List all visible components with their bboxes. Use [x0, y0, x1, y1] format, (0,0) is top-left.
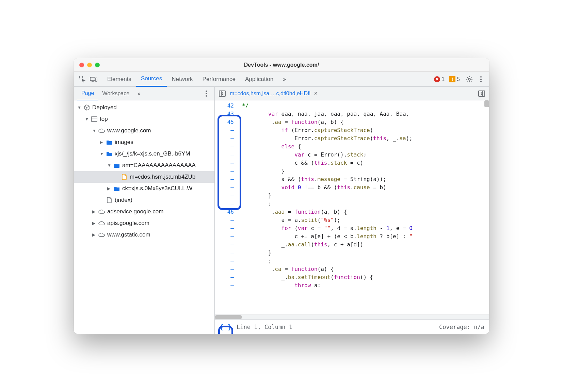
maximize-window-button[interactable] [95, 63, 100, 67]
traffic-lights [74, 63, 100, 67]
gutter-line[interactable]: – [215, 183, 234, 192]
tree-node[interactable]: Deployed [74, 102, 214, 113]
gutter-line[interactable]: – [215, 224, 234, 232]
tree-node[interactable]: ck=xjs.s.0Mx5ys3sCUI.L.W. [74, 183, 214, 194]
tab-sources[interactable]: Sources [136, 72, 167, 87]
tree-arrow-icon[interactable] [107, 186, 111, 191]
show-debugger-icon[interactable] [478, 89, 486, 98]
tab-application[interactable]: Application [240, 72, 278, 87]
inspect-icon[interactable] [77, 75, 87, 84]
navigator-tab-page[interactable]: Page [77, 87, 98, 100]
tree-node[interactable]: top [74, 113, 214, 125]
close-tab-icon[interactable]: × [314, 90, 318, 97]
gutter-line[interactable]: – [215, 159, 234, 167]
editor-tabs: m=cdos,hsm,jsa,…c,dtl0hd,eHDfl × [215, 87, 489, 100]
open-file-tab[interactable]: m=cdos,hsm,jsa,…c,dtl0hd,eHDfl × [230, 90, 318, 97]
pretty-print-button[interactable]: { } [220, 323, 232, 331]
gutter-line[interactable]: 46 [215, 208, 234, 216]
tree-arrow-icon[interactable] [92, 221, 96, 226]
cloud-icon [98, 208, 105, 215]
settings-icon[interactable] [465, 75, 474, 84]
svg-rect-14 [92, 117, 97, 121]
line-gutter[interactable]: 424345––––––––––46––––––––– [215, 100, 238, 314]
navigator-tab-workspace[interactable]: Workspace [98, 87, 133, 100]
warnings-badge[interactable]: ! 5 [449, 76, 460, 82]
gutter-line[interactable]: – [215, 167, 234, 175]
tree-label: ck=xjs.s.0Mx5ys3sCUI.L.W. [122, 185, 194, 192]
navigator-overflow[interactable]: » [133, 87, 145, 100]
tree-node[interactable]: m=cdos,hsm,jsa,mb4ZUb [74, 171, 214, 183]
gutter-line[interactable]: – [215, 281, 234, 290]
error-icon: ✕ [434, 76, 440, 82]
error-count: 1 [441, 76, 445, 82]
tree-node[interactable]: xjs/_/js/k=xjs.s.en_GB.-b6YM [74, 148, 214, 160]
gutter-line[interactable]: – [215, 175, 234, 183]
gutter-line[interactable]: – [215, 241, 234, 249]
gutter-line[interactable]: – [215, 134, 234, 143]
tab-network[interactable]: Network [167, 72, 197, 87]
minimize-window-button[interactable] [87, 63, 92, 67]
tree-node[interactable]: adservice.google.com [74, 206, 214, 217]
gutter-line[interactable]: – [215, 151, 234, 159]
tree-arrow-icon[interactable] [107, 163, 111, 168]
file-icon [121, 174, 128, 180]
svg-rect-2 [95, 78, 97, 81]
tree-label: Deployed [92, 104, 117, 111]
close-window-button[interactable] [79, 63, 84, 67]
frame-icon [91, 116, 98, 122]
gutter-line[interactable]: – [215, 249, 234, 257]
folder-icon [113, 185, 120, 192]
gutter-line[interactable]: – [215, 126, 234, 134]
tree-arrow-icon[interactable] [92, 232, 96, 237]
tree-arrow-icon[interactable] [85, 117, 89, 121]
tree-node[interactable]: images [74, 136, 214, 148]
tree-node[interactable]: apis.google.com [74, 217, 214, 229]
open-file-name: m=cdos,hsm,jsa,…c,dtl0hd,eHDfl [230, 91, 310, 97]
tree-arrow-icon[interactable] [100, 140, 104, 145]
show-navigator-icon[interactable] [218, 89, 226, 98]
gutter-line[interactable]: 42 [215, 102, 234, 110]
svg-rect-1 [90, 77, 95, 81]
device-toggle-icon[interactable] [89, 75, 98, 84]
gutter-line[interactable]: – [215, 192, 234, 200]
tree-node[interactable]: www.google.com [74, 125, 214, 136]
tree-node[interactable]: am=CAAAAAAAAAAAAAAA [74, 160, 214, 171]
tree-arrow-icon[interactable] [92, 128, 96, 133]
vertical-scrollbar[interactable] [484, 100, 489, 107]
errors-badge[interactable]: ✕ 1 [434, 76, 445, 82]
code-content[interactable]: */ var eaa, naa, jaa, oaa, paa, qaa, Aaa… [238, 100, 489, 314]
cursor-position: Line 1, Column 1 [237, 324, 292, 330]
tab-performance[interactable]: Performance [198, 72, 240, 87]
coverage-status: Coverage: n/a [439, 324, 484, 330]
tree-arrow-icon[interactable] [77, 105, 81, 110]
warning-count: 5 [457, 76, 460, 82]
gutter-line[interactable]: – [215, 273, 234, 281]
gutter-line[interactable]: – [215, 257, 234, 265]
tree-node[interactable]: (index) [74, 194, 214, 206]
more-menu-icon[interactable] [476, 75, 486, 84]
editor-status-bar: { } Line 1, Column 1 Coverage: n/a [215, 320, 489, 334]
gutter-line[interactable]: – [215, 143, 234, 151]
gutter-line[interactable]: – [215, 232, 234, 241]
gutter-line[interactable]: 43 [215, 110, 234, 118]
gutter-line[interactable]: 45 [215, 118, 234, 126]
tree-label: am=CAAAAAAAAAAAAAAA [122, 162, 196, 169]
gutter-line[interactable]: – [215, 265, 234, 273]
tree-node[interactable]: www.gstatic.com [74, 229, 214, 241]
tab-elements[interactable]: Elements [102, 72, 136, 87]
tree-arrow-icon[interactable] [100, 151, 104, 156]
gutter-line[interactable]: – [215, 216, 234, 224]
status-badges: ✕ 1 ! 5 [434, 76, 460, 82]
navigator-menu-icon[interactable] [202, 89, 211, 98]
file-tree[interactable]: Deployedtopwww.google.comimagesxjs/_/js/… [74, 100, 215, 334]
folder-icon [106, 139, 113, 146]
horizontal-scrollbar-thumb[interactable] [215, 315, 242, 319]
tabs-overflow[interactable]: » [278, 72, 291, 87]
tree-arrow-icon[interactable] [92, 209, 96, 214]
svg-point-7 [206, 91, 207, 92]
svg-point-3 [468, 78, 470, 80]
horizontal-scrollbar[interactable] [215, 314, 489, 320]
window-title: DevTools - www.google.com/ [74, 62, 489, 68]
code-editor[interactable]: 424345––––––––––46––––––––– */ var eaa, … [215, 100, 489, 334]
gutter-line[interactable]: – [215, 200, 234, 208]
